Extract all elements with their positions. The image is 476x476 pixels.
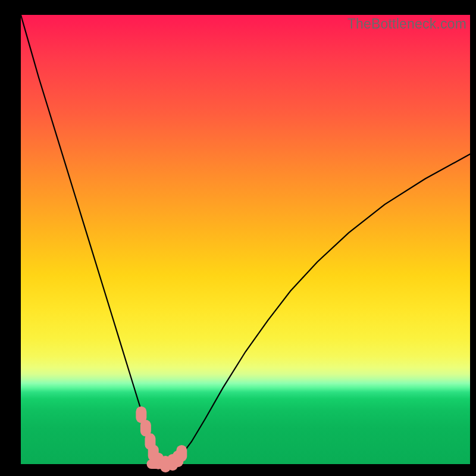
trough-markers	[136, 406, 187, 472]
trough-marker	[176, 445, 187, 462]
curve-svg	[21, 15, 470, 464]
trough-marker	[158, 459, 176, 469]
plot-area: TheBottleneck.com	[21, 15, 470, 464]
bottleneck-curve	[21, 15, 470, 464]
chart-frame: TheBottleneck.com	[0, 0, 476, 476]
